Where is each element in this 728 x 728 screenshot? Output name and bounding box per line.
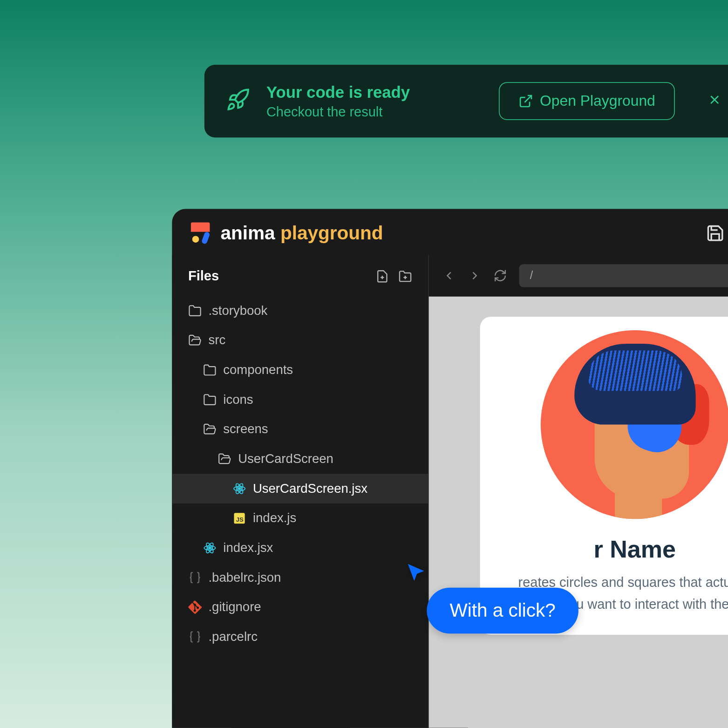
file-label: src [208, 333, 225, 348]
file-label: .gitignore [208, 600, 261, 615]
cursor-icon [405, 562, 426, 584]
editor-window: anima playground Files [172, 209, 728, 728]
file-item-icons[interactable]: icons [172, 385, 428, 415]
toast-notification: Your code is ready Checkout the result O… [204, 65, 728, 137]
file-label: .storybook [208, 303, 267, 318]
file-label: UserCardScreen.jsx [252, 481, 367, 496]
save-icon[interactable] [706, 224, 725, 243]
file-item-index-jsx[interactable]: index.jsx [172, 533, 428, 563]
header-actions [706, 224, 728, 243]
file-item-usercardscreen-folder[interactable]: UserCardScreen [172, 444, 428, 474]
file-label: components [223, 362, 293, 377]
file-item-storybook[interactable]: .storybook [172, 296, 428, 326]
file-label: index.jsx [223, 540, 273, 555]
file-item-components[interactable]: components [172, 355, 428, 385]
new-folder-icon[interactable] [398, 269, 412, 283]
file-item-src[interactable]: src [172, 326, 428, 355]
file-label: UserCardScreen [238, 451, 333, 466]
file-label: screens [223, 422, 268, 437]
file-item-screens[interactable]: screens [172, 415, 428, 444]
file-sidebar: Files .storybook [172, 255, 428, 728]
preview-panel: / r Name reates circles and squares that… [428, 255, 728, 728]
git-icon [188, 600, 202, 614]
close-toast-button[interactable] [701, 90, 727, 112]
folder-open-icon [203, 422, 216, 436]
rocket-icon [226, 88, 250, 115]
brand-accent: playground [280, 223, 383, 244]
preview-toolbar: / [429, 255, 728, 297]
sidebar-title: Files [188, 268, 219, 284]
svg-point-12 [208, 547, 211, 549]
folder-icon [203, 363, 216, 377]
toast-title: Your code is ready [266, 82, 482, 102]
file-item-babelrc[interactable]: .babelrc.json [172, 563, 428, 592]
js-icon: JS [232, 511, 246, 525]
url-bar[interactable]: / [519, 264, 728, 287]
file-tree: .storybook src components icons [172, 292, 428, 652]
sidebar-header: Files [172, 268, 428, 292]
folder-icon [203, 393, 216, 407]
react-icon [203, 541, 216, 555]
svg-line-0 [524, 95, 531, 102]
file-item-gitignore[interactable]: .gitignore [172, 592, 428, 622]
reload-icon[interactable] [493, 269, 507, 282]
open-playground-label: Open Playground [540, 92, 655, 110]
toast-subtitle: Checkout the result [266, 104, 482, 120]
braces-icon [188, 630, 202, 644]
annotation-pill: With a click? [427, 588, 578, 633]
svg-point-8 [238, 488, 240, 490]
toast-text: Your code is ready Checkout the result [266, 82, 482, 120]
file-item-index-js[interactable]: JS index.js [172, 503, 428, 533]
file-label: index.js [252, 511, 296, 526]
folder-open-icon [188, 333, 202, 347]
anima-logo-icon [191, 223, 212, 244]
file-label: .parcelrc [208, 629, 257, 644]
folder-open-icon [218, 452, 231, 466]
file-item-usercardscreen-jsx[interactable]: UserCardScreen.jsx [172, 474, 428, 503]
editor-header: anima playground [172, 209, 728, 255]
preview-viewport: r Name reates circles and squares that a… [429, 297, 728, 728]
folder-icon [188, 304, 202, 318]
user-card: r Name reates circles and squares that a… [479, 317, 728, 635]
brand-name: anima playground [220, 223, 383, 244]
card-title: r Name [503, 535, 728, 564]
avatar-illustration [540, 330, 728, 519]
back-icon[interactable] [442, 269, 456, 282]
react-icon [232, 482, 246, 496]
file-item-parcelrc[interactable]: .parcelrc [172, 622, 428, 652]
braces-icon [188, 571, 202, 585]
open-playground-button[interactable]: Open Playground [498, 82, 674, 120]
new-file-icon[interactable] [375, 269, 389, 283]
file-label: .babelrc.json [208, 570, 281, 585]
forward-icon[interactable] [468, 269, 481, 282]
file-label: icons [223, 392, 253, 407]
